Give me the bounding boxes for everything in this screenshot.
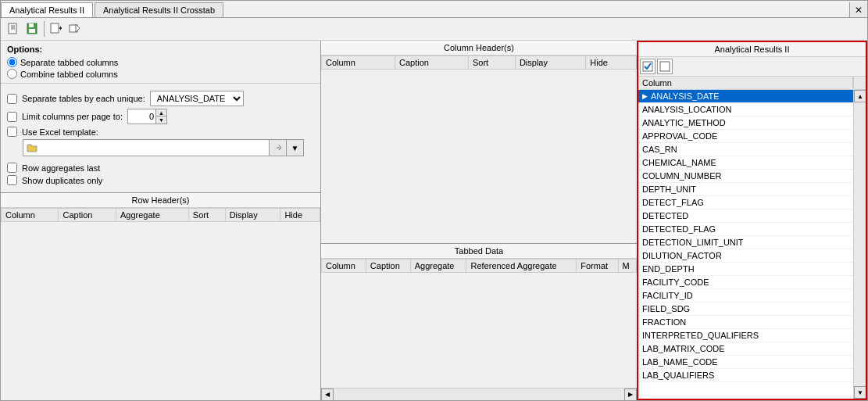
spin-up-button[interactable]: ▲: [155, 109, 166, 116]
limit-columns-input[interactable]: 0: [128, 109, 155, 124]
row-headers-panel-header: Row Header(s): [1, 193, 320, 208]
column-list-item[interactable]: DETECT_FLAG: [638, 196, 853, 209]
toolbar: [1, 18, 867, 41]
column-headers-panel-header: Column Header(s): [321, 41, 637, 55]
check-all-button[interactable]: [640, 59, 655, 74]
column-list-item[interactable]: INTERPRETED_QUALIFIERS: [638, 329, 853, 342]
limit-columns-checkbox[interactable]: [7, 112, 17, 122]
show-duplicates-item: Show duplicates only: [7, 175, 314, 185]
tabbed-data-panel-header: Tabbed Data: [321, 244, 637, 259]
scroll-track-v[interactable]: [854, 102, 866, 386]
column-list-item[interactable]: ▶ANALYSIS_DATE: [638, 90, 853, 103]
export-button[interactable]: [48, 20, 65, 38]
vertical-scrollbar: ▲ ▼: [853, 90, 866, 399]
column-list-item[interactable]: DILUTION_FACTOR: [638, 249, 853, 263]
row-headers-table: Column Caption Aggregate Sort Display Hi…: [1, 208, 320, 222]
tab-analytical-results-crosstab[interactable]: Analytical Results II Crosstab: [95, 2, 223, 17]
file-input-wrap: ▼: [23, 139, 304, 156]
separate-tables-select[interactable]: ANALYSIS_DATE: [150, 91, 244, 106]
td-col-format: Format: [577, 260, 618, 273]
column-list-item[interactable]: LAB_QUALIFIERS: [638, 369, 853, 382]
checkbox-checked-icon: [642, 61, 653, 72]
rh-col-aggregate: Aggregate: [116, 209, 189, 222]
ch-col-sort: Sort: [468, 56, 515, 70]
td-col-ref-aggregate: Referenced Aggregate: [466, 260, 577, 273]
analytical-results-panel: Analytical Results II Column ▶A: [637, 41, 867, 400]
svg-rect-13: [660, 62, 670, 71]
scroll-left-button[interactable]: ◀: [321, 388, 334, 401]
uncheck-all-button[interactable]: [657, 59, 673, 74]
options-label: Options:: [7, 45, 314, 54]
svg-rect-6: [29, 29, 35, 33]
column-list-header: Column: [638, 77, 866, 90]
column-list-item[interactable]: DEPTH_UNIT: [638, 183, 853, 196]
save-icon: [26, 23, 38, 35]
column-list-item[interactable]: COLUMN_NUMBER: [638, 170, 853, 183]
radio-combine[interactable]: Combine tabbed columns: [7, 69, 314, 79]
window-close-button[interactable]: ✕: [849, 2, 867, 17]
column-list-item[interactable]: FRACTION: [638, 316, 853, 329]
ch-col-column: Column: [322, 56, 395, 70]
scroll-down-button[interactable]: ▼: [854, 386, 866, 399]
file-browse-button[interactable]: ▼: [286, 140, 303, 156]
analytical-results-header: Analytical Results II: [638, 42, 866, 57]
column-list-item[interactable]: CHEMICAL_NAME: [638, 156, 853, 170]
save-button[interactable]: [23, 20, 41, 38]
share-button[interactable]: [66, 20, 84, 38]
export-icon: [50, 23, 63, 35]
file-link-button[interactable]: [269, 140, 286, 156]
link-icon: [273, 143, 283, 152]
radio-separate-input[interactable]: [7, 57, 17, 67]
limit-columns-input-wrap: 0 ▲ ▼: [127, 109, 167, 124]
left-panel: Options: Separate tabbed columns Combine…: [1, 41, 321, 400]
row-aggregates-checkbox[interactable]: [7, 163, 17, 173]
separate-tables-checkbox[interactable]: [7, 94, 17, 104]
ch-col-caption: Caption: [395, 56, 468, 70]
spin-down-button[interactable]: ▼: [155, 116, 166, 124]
radio-separate[interactable]: Separate tabbed columns: [7, 57, 314, 67]
scroll-up-button[interactable]: ▲: [854, 90, 866, 102]
new-button[interactable]: [5, 20, 22, 38]
column-header-cell: Column: [638, 77, 853, 89]
ch-col-hide: Hide: [586, 56, 637, 70]
share-icon: [69, 23, 81, 35]
scroll-track-h[interactable]: [334, 388, 624, 400]
tab-analytical-results-ii[interactable]: Analytical Results II: [1, 2, 93, 17]
column-list-item[interactable]: FIELD_SDG: [638, 303, 853, 316]
column-list[interactable]: ▶ANALYSIS_DATEANALYSIS_LOCATIONANALYTIC_…: [638, 90, 853, 399]
show-duplicates-checkbox[interactable]: [7, 175, 17, 185]
column-list-item[interactable]: DETECTED_FLAG: [638, 223, 853, 236]
ch-col-display: Display: [515, 56, 585, 70]
column-list-item[interactable]: DETECTED: [638, 209, 853, 223]
scroll-right-button[interactable]: ▶: [624, 388, 637, 401]
svg-rect-5: [29, 23, 34, 27]
rh-col-sort: Sort: [188, 209, 225, 222]
column-list-item[interactable]: ANALYSIS_LOCATION: [638, 103, 853, 116]
td-col-aggregate: Aggregate: [410, 260, 466, 273]
column-list-item[interactable]: CAS_RN: [638, 143, 853, 156]
column-list-item[interactable]: END_DEPTH: [638, 263, 853, 276]
folder-icon: [27, 142, 38, 153]
row-aggregates-item: Row aggregates last: [7, 163, 314, 173]
svg-rect-7: [51, 23, 59, 33]
column-list-item[interactable]: FACILITY_ID: [638, 289, 853, 303]
column-list-item[interactable]: FACILITY_CODE: [638, 276, 853, 289]
column-list-item[interactable]: LAB_NAME_CODE: [638, 356, 853, 369]
column-list-item[interactable]: ANALYTIC_METHOD: [638, 116, 853, 130]
radio-combine-input[interactable]: [7, 69, 17, 79]
column-list-item[interactable]: DETECTION_LIMIT_UNIT: [638, 236, 853, 249]
tab-bar: Analytical Results II Analytical Results…: [1, 1, 867, 18]
rh-col-caption: Caption: [59, 209, 116, 222]
options-content: Separate tables by each unique: ANALYSIS…: [1, 84, 320, 192]
horizontal-scrollbar: ◀ ▶: [321, 388, 637, 400]
column-list-item[interactable]: APPROVAL_CODE: [638, 130, 853, 143]
column-list-item[interactable]: LAB_MATRIX_CODE: [638, 342, 853, 356]
tabbed-data-table: Column Caption Aggregate Referenced Aggr…: [321, 259, 637, 273]
svg-marker-9: [60, 26, 62, 30]
td-col-column: Column: [322, 260, 366, 273]
spin-buttons: ▲ ▼: [155, 109, 166, 124]
checkbox-unchecked-icon: [659, 61, 670, 72]
new-icon: [7, 23, 20, 35]
separate-tables-item: Separate tables by each unique: ANALYSIS…: [7, 91, 314, 106]
excel-template-checkbox[interactable]: [7, 127, 17, 137]
